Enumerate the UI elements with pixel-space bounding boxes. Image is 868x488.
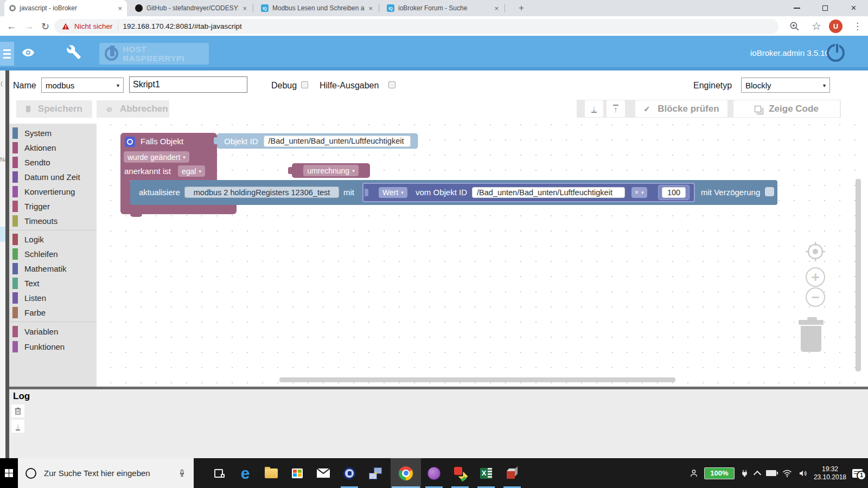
- toolbox-category-mathematik[interactable]: Mathematik: [9, 261, 97, 276]
- microphone-icon[interactable]: [178, 468, 186, 478]
- log-clear-button[interactable]: [11, 404, 24, 418]
- security-label[interactable]: Nicht sicher: [74, 22, 113, 30]
- toolbox-category-timeouts[interactable]: Timeouts: [9, 214, 97, 228]
- menu-hamburger-icon[interactable]: [0, 42, 14, 66]
- export-blocks-button[interactable]: ↓: [585, 100, 603, 117]
- toolbox-category-listen[interactable]: Listen: [9, 291, 97, 305]
- back-icon[interactable]: ←: [7, 21, 16, 32]
- block-umrechnung[interactable]: umrechnung ▾: [292, 163, 370, 178]
- block-falls-objekt[interactable]: Falls Objekt wurde geändert ▾ anerkannt …: [120, 133, 217, 181]
- log-download-button[interactable]: ↓: [11, 420, 24, 433]
- block-wert-vom-objekt[interactable]: Wert ▾ vom Objekt ID /Bad_unten/Bad_unte…: [362, 183, 695, 202]
- forward-icon[interactable]: →: [24, 21, 34, 32]
- attribute-dropdown[interactable]: Wert ▾: [379, 187, 407, 198]
- operator-dropdown[interactable]: × ▾: [631, 187, 647, 198]
- toolbox-category-system[interactable]: System: [9, 126, 97, 140]
- center-view-control[interactable]: [806, 242, 826, 262]
- taskbar-excel[interactable]: X: [473, 458, 499, 488]
- browser-menu-icon[interactable]: ⋮: [853, 21, 862, 32]
- action-center-icon[interactable]: 1: [852, 469, 863, 478]
- show-code-button[interactable]: Zeige Code: [733, 100, 840, 117]
- help-output-checkbox[interactable]: [388, 81, 395, 88]
- people-icon[interactable]: [690, 469, 698, 478]
- bookmark-star-icon[interactable]: ☆: [812, 20, 821, 33]
- delay-checkbox[interactable]: [765, 187, 774, 196]
- vertical-splitter[interactable]: [5, 70, 9, 458]
- toolbox-category-trigger[interactable]: Trigger: [9, 199, 97, 214]
- hidden-icons-chevron[interactable]: [754, 470, 761, 478]
- taskbar-keepass[interactable]: [336, 458, 362, 488]
- taskbar-chrome-active[interactable]: [391, 458, 421, 488]
- toolbox-category-aktionen[interactable]: Aktionen: [9, 140, 97, 155]
- factor-field[interactable]: 100: [662, 187, 686, 198]
- target-object-field[interactable]: modbus 2 holdingRegisters 12306_test: [184, 187, 339, 198]
- zoom-page-icon[interactable]: [789, 21, 800, 31]
- tab-close-icon[interactable]: ×: [242, 4, 247, 12]
- omnibox[interactable]: Nicht sicher 192.168.170.42:8081/#tab-ja…: [54, 19, 778, 34]
- script-folder-select[interactable]: modbus ▾: [41, 78, 124, 93]
- zoom-out-control[interactable]: −: [806, 287, 825, 307]
- block-aktualisiere[interactable]: aktualisiere modbus 2 holdingRegisters 1…: [130, 180, 777, 205]
- task-view-button[interactable]: [206, 458, 232, 488]
- enginetype-select[interactable]: Blockly ▾: [741, 78, 830, 93]
- mutator-gear-icon[interactable]: [125, 137, 135, 147]
- new-tab-button[interactable]: +: [514, 2, 528, 15]
- tab-iobroker-forum[interactable]: IQ ioBroker Forum - Suche ×: [382, 0, 503, 16]
- script-name-input[interactable]: [129, 76, 247, 93]
- window-restore-button[interactable]: [811, 0, 839, 16]
- taskbar-file-explorer[interactable]: [258, 458, 284, 488]
- tab-github[interactable]: GitHub - stefandreyer/CODESYS- ×: [130, 0, 252, 16]
- source-oid-field[interactable]: /Bad_unten/Bad_unten/Luftfeuchtigkeit: [472, 187, 625, 198]
- tray-clock[interactable]: 19:32 23.10.2018: [814, 465, 846, 481]
- taskbar-redcube-app[interactable]: [499, 458, 525, 488]
- logout-power-icon[interactable]: [827, 44, 845, 62]
- window-close-button[interactable]: ×: [839, 0, 868, 16]
- taskbar-edge[interactable]: e: [232, 458, 258, 488]
- plug-icon[interactable]: [741, 469, 749, 478]
- window-minimize-button[interactable]: [783, 0, 811, 16]
- toolbox-category-logik[interactable]: Logik: [9, 232, 97, 247]
- umrechnung-dropdown[interactable]: umrechnung ▾: [303, 165, 358, 176]
- wifi-icon[interactable]: [782, 470, 792, 477]
- toolbox-category-schleifen[interactable]: Schleifen: [9, 247, 97, 261]
- tab-javascript-iobroker[interactable]: javascript - ioBroker ×: [4, 0, 127, 16]
- profile-avatar[interactable]: U: [829, 20, 843, 33]
- battery-icon[interactable]: [766, 470, 776, 476]
- block-objekt-id[interactable]: Objekt ID /Bad_unten/Bad_unten/Luftfeuch…: [217, 133, 418, 149]
- number-shadow-block[interactable]: 100: [658, 185, 690, 200]
- battery-percent-indicator[interactable]: 100%: [704, 467, 735, 479]
- start-button[interactable]: [0, 458, 18, 488]
- taskbar-modbus-tool[interactable]: [447, 458, 473, 488]
- workspace-hscrollbar[interactable]: [279, 377, 675, 382]
- wrench-icon[interactable]: [66, 44, 81, 60]
- ack-dropdown[interactable]: egal ▾: [178, 165, 205, 177]
- tab-close-icon[interactable]: ×: [494, 4, 499, 12]
- import-blocks-button[interactable]: ↑: [607, 100, 625, 117]
- condition-dropdown[interactable]: wurde geändert ▾: [124, 151, 189, 163]
- taskbar-search[interactable]: Zur Suche Text hier eingeben: [18, 458, 194, 488]
- toolbox-category-variablen[interactable]: Variablen: [9, 324, 97, 339]
- save-button[interactable]: Speichern: [16, 100, 92, 118]
- taskbar-remote-app[interactable]: [362, 458, 388, 488]
- toolbox-category-funktionen[interactable]: Funktionen: [9, 339, 97, 354]
- trash-can[interactable]: [801, 326, 821, 352]
- toolbox-category-sendto[interactable]: Sendto: [9, 155, 97, 170]
- eye-icon[interactable]: [21, 46, 35, 59]
- toolbox-category-farbe[interactable]: Farbe: [9, 305, 97, 320]
- tab-modbus[interactable]: IQ Modbus Lesen und Schreiben au ×: [256, 0, 378, 16]
- zoom-in-control[interactable]: +: [806, 267, 825, 287]
- check-blocks-button[interactable]: ✓ Blöcke prüfen: [635, 100, 727, 117]
- reload-icon[interactable]: ↻: [41, 21, 49, 33]
- toolbox-category-konvertierung[interactable]: Konvertierung: [9, 184, 97, 199]
- taskbar-store[interactable]: [284, 458, 310, 488]
- tab-close-icon[interactable]: ×: [368, 4, 373, 12]
- cancel-button[interactable]: ⊘ Abbrechen: [97, 100, 169, 118]
- oid-field[interactable]: /Bad_unten/Bad_unten/Luftfeuchtigkeit: [264, 136, 411, 147]
- tab-close-icon[interactable]: ×: [118, 4, 122, 12]
- taskbar-mqtt-app[interactable]: [421, 458, 447, 488]
- toolbox-category-datum-und-zeit[interactable]: Datum und Zeit: [9, 170, 97, 184]
- workspace-vscrollbar[interactable]: [856, 179, 861, 371]
- taskbar-mail[interactable]: [310, 458, 336, 488]
- debug-checkbox[interactable]: [301, 81, 308, 88]
- toolbox-category-text[interactable]: Text: [9, 276, 97, 291]
